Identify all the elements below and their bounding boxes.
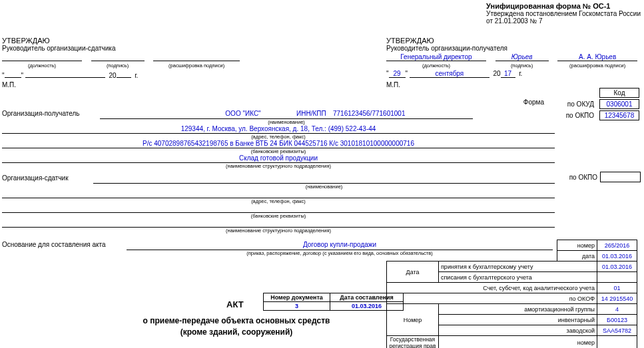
basis-value[interactable]: Договор купли-продажи: [127, 241, 553, 248]
accounting-block: Дата принятия к бухгалтерскому учету 01.…: [386, 261, 637, 348]
approve-head-left: Руководитель организации-сдатчика: [2, 45, 116, 52]
sign-field-right[interactable]: Юрьев: [495, 53, 549, 61]
sig-captions-left: (должность) (подпись) (расшифровка подпи…: [2, 61, 240, 69]
doc-num-header: Номер документа: [264, 293, 330, 302]
basis-data[interactable]: 01.03.2016: [597, 251, 637, 261]
cap-position-right: (должность): [386, 63, 486, 69]
accept-label: принятия к бухгалтерскому учету: [439, 261, 597, 272]
mp-right: М.П.: [386, 81, 400, 88]
receiver-dept[interactable]: Склад готовой продукции: [2, 154, 555, 162]
okpo-value: 12345678: [599, 110, 639, 120]
g-left: г.: [135, 72, 138, 79]
date-row-left: "" 20 г.: [2, 70, 138, 79]
sender-dept-cap: (наименование структурного подразделения…: [2, 228, 555, 234]
receiver-bank[interactable]: Р/с 40702898765432198765 в Банке ВТБ 24 …: [2, 140, 555, 147]
cap-position-left: (должность): [2, 63, 82, 69]
basis-cap: (приказ, распоряжение, договор (с указан…: [127, 250, 553, 256]
okof-label: по ОКОФ: [387, 293, 597, 304]
receiver-address[interactable]: 129344, г. Москва, ул. Верхоянская, д. 1…: [2, 125, 555, 132]
gos-label1: Государственная: [390, 336, 435, 343]
position-field-left[interactable]: [2, 53, 82, 61]
cap-sign-right: (подпись): [495, 63, 549, 69]
doc-num[interactable]: 3: [264, 302, 330, 311]
detail-table: номер265/2016 дата01.03.2016: [557, 240, 637, 261]
okpo-label: по ОКПО: [558, 110, 598, 120]
date-label-cell: Дата: [387, 261, 439, 283]
sign-field-left[interactable]: [91, 53, 145, 61]
gos-label2: регистрация прав: [389, 343, 436, 348]
accept-date[interactable]: 01.03.2016: [597, 261, 637, 272]
forma-label: Форма: [523, 98, 544, 106]
writeoff-date[interactable]: [597, 272, 637, 283]
schet-value[interactable]: 01: [597, 283, 637, 293]
cap-decoding-right: (расшифровка подписи): [557, 63, 637, 69]
month-field-left[interactable]: [25, 70, 105, 78]
sender-bank-cap: (банковские реквизиты): [2, 213, 555, 219]
writeoff-label: списания с бухгалтерского учета: [439, 272, 597, 283]
day-field-left[interactable]: [5, 70, 21, 78]
basis-data-label: дата: [557, 251, 597, 261]
doc-box: Номер документа Дата составления 3 01.03…: [263, 293, 404, 311]
amort-label: амортизационной группы: [439, 304, 597, 315]
amort-value[interactable]: 4: [597, 304, 637, 315]
sig-row-right: Генеральный директор Юрьев А. А. Юрьев: [386, 53, 637, 61]
okof-value[interactable]: 14 2915540: [597, 293, 637, 304]
sig-captions-right: (должность) (подпись) (расшифровка подпи…: [386, 61, 637, 69]
sender-label: Организация-сдатчик: [2, 174, 69, 182]
position-field-right[interactable]: Генеральный директор: [386, 53, 486, 61]
year-end-left[interactable]: [117, 70, 131, 78]
receiver-address-cap: (адрес, телефон, факс): [2, 134, 555, 140]
receiver-bank-cap: (банковские реквизиты): [2, 148, 555, 154]
receiver-name[interactable]: ООО "ИКС": [193, 110, 293, 117]
year-prefix-right: 20: [493, 70, 500, 77]
year-prefix-left: 20: [109, 72, 116, 79]
basis-nomer[interactable]: 265/2016: [597, 240, 637, 251]
sender-address-cap: (адрес, телефон, факс): [2, 198, 555, 204]
sender-okpo-box: по ОКПО: [567, 172, 641, 182]
cap-sign-left: (подпись): [91, 63, 145, 69]
schet-label: Счет, субсчет, код аналитического учета: [387, 283, 597, 293]
mp-left: М.П.: [2, 81, 16, 88]
approve-label-right: УТВЕРЖДАЮ: [386, 37, 507, 45]
basis-nomer-label: номер: [557, 240, 597, 251]
form-title: Унифицированная форма № ОС-1: [486, 2, 641, 10]
akt-title: АКТ: [226, 299, 244, 309]
doc-date[interactable]: 01.03.2016: [330, 302, 404, 311]
month-field-right[interactable]: сентября: [410, 70, 489, 78]
g-right: г.: [519, 70, 522, 77]
approve-head-right: Руководитель организации-получателя: [386, 45, 507, 52]
gos-nomer-value[interactable]: [597, 336, 637, 349]
day-field-right[interactable]: 29: [389, 70, 406, 78]
receiver-name-cap: (наименование): [100, 119, 473, 125]
approve-block-receiver: УТВЕРЖДАЮ Руководитель организации-получ…: [386, 37, 507, 52]
decoding-field-left[interactable]: [153, 53, 240, 61]
akt-line1: о приеме-передаче объекта основных средс…: [80, 316, 393, 325]
kod-header: Код: [599, 88, 639, 98]
akt-line2: (кроме зданий, сооружений): [80, 327, 393, 337]
doc-date-header: Дата составления: [330, 293, 404, 302]
okud-value: 0306001: [599, 99, 639, 109]
sender-okpo-label: по ОКПО: [567, 172, 601, 182]
form-approved: Утверждена постановлением Госкомстата Ро…: [486, 10, 641, 17]
approve-label-left: УТВЕРЖДАЮ: [2, 37, 116, 45]
code-table: Код по ОКУД0306001 по ОКПО12345678: [557, 87, 641, 122]
form-header: Унифицированная форма № ОС-1 Утверждена …: [486, 2, 641, 25]
sender-okpo-value[interactable]: [601, 172, 641, 182]
sender-name-cap: (наименование): [93, 184, 555, 190]
gos-nomer-label: номер: [439, 336, 597, 349]
approve-block-sender: УТВЕРЖДАЮ Руководитель организации-сдатч…: [2, 37, 116, 52]
decoding-field-right[interactable]: А. А. Юрьев: [557, 53, 637, 61]
year-end-right[interactable]: 17: [501, 70, 515, 78]
cap-decoding-left: (расшифровка подписи): [153, 63, 240, 69]
basis-label: Основание для составления акта: [2, 241, 106, 248]
receiver-dept-cap: (наименование структурного подразделения…: [2, 163, 555, 169]
inv-label: инвентарный: [439, 315, 597, 325]
receiver-inn[interactable]: 7716123456/771601001: [333, 110, 405, 117]
okud-label: по ОКУД: [558, 99, 598, 109]
form-date: от 21.01.2003 № 7: [486, 17, 641, 25]
date-row-right: "29" сентября 2017 г.: [386, 70, 522, 78]
inv-value[interactable]: Б00123: [597, 315, 637, 325]
zav-value[interactable]: SAA54782: [597, 325, 637, 336]
zav-label: заводской: [439, 325, 597, 336]
receiver-inn-label: ИНН/КПП: [296, 110, 326, 117]
